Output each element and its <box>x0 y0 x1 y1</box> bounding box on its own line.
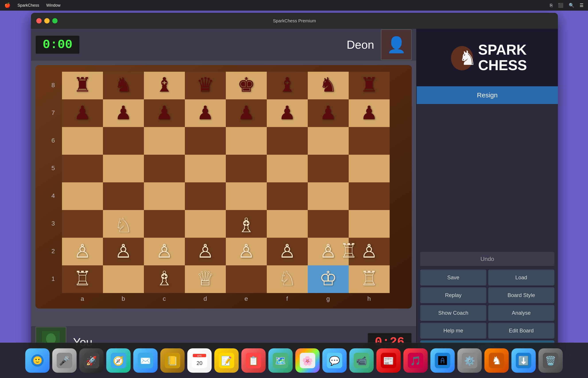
svg-rect-37 <box>226 182 267 210</box>
svg-text:🧭: 🧭 <box>113 355 124 366</box>
svg-text:♙: ♙ <box>279 241 296 262</box>
svg-text:♟: ♟ <box>115 102 132 123</box>
dock-launchpad[interactable]: 🚀 <box>79 348 104 373</box>
dock-news[interactable]: 📰 <box>376 348 401 373</box>
opponent-name: Deon <box>86 38 374 51</box>
svg-text:5: 5 <box>51 165 55 172</box>
dock-siri[interactable]: 🎤 <box>52 348 77 373</box>
content: 👤 Deon 0:00 <box>31 29 558 358</box>
svg-rect-19 <box>144 127 185 155</box>
svg-rect-44 <box>185 210 226 238</box>
analyse-button[interactable]: Analyse <box>488 305 554 321</box>
svg-text:♘: ♘ <box>278 267 296 289</box>
svg-text:♙: ♙ <box>238 241 255 262</box>
svg-text:♖: ♖ <box>360 267 378 289</box>
svg-text:e: e <box>245 295 248 302</box>
close-button[interactable] <box>36 18 42 24</box>
svg-rect-47 <box>308 210 349 238</box>
menubar-sparkcss[interactable]: SparkChess <box>17 3 39 8</box>
svg-text:📒: 📒 <box>167 355 178 366</box>
dock-mail[interactable]: ✉️ <box>133 348 158 373</box>
dock-appstore[interactable]: 🅰 <box>430 348 455 373</box>
chess-board-svg[interactable]: 8 7 6 5 4 3 2 1 a b c d e <box>35 65 412 309</box>
svg-text:🙂: 🙂 <box>33 356 42 365</box>
svg-rect-20 <box>185 127 226 155</box>
dock-trash[interactable]: 🗑️ <box>538 348 563 373</box>
screen-icon[interactable]: ⬛ <box>558 3 563 8</box>
dock-notefile[interactable]: 📒 <box>160 348 185 373</box>
search-icon[interactable]: 🔍 <box>569 3 574 8</box>
svg-text:♖: ♖ <box>73 267 91 289</box>
svg-text:d: d <box>204 295 207 302</box>
svg-text:✉️: ✉️ <box>140 355 151 366</box>
svg-text:3: 3 <box>51 220 55 227</box>
svg-text:🚀: 🚀 <box>86 355 97 366</box>
svg-text:♜: ♜ <box>360 74 378 96</box>
dock-music[interactable]: 🎵 <box>403 348 428 373</box>
dock-photos[interactable]: 🌸 <box>295 348 320 373</box>
svg-rect-38 <box>267 182 308 210</box>
dock-facetime[interactable]: 📹 <box>349 348 374 373</box>
dock-system-prefs[interactable]: ⚙️ <box>457 348 482 373</box>
svg-text:♞: ♞ <box>492 354 502 367</box>
svg-rect-26 <box>103 155 144 182</box>
dock-messages[interactable]: 💬 <box>322 348 347 373</box>
load-button[interactable]: Load <box>488 270 554 285</box>
dock-safari[interactable]: 🧭 <box>106 348 131 373</box>
svg-rect-39 <box>308 182 349 210</box>
cast-icon[interactable]: ⎘ <box>550 3 553 8</box>
svg-text:♞: ♞ <box>459 47 477 69</box>
help-me-button[interactable]: Help me <box>420 323 486 339</box>
svg-rect-27 <box>144 155 185 182</box>
undo-button[interactable]: Undo <box>420 252 554 266</box>
board-style-button[interactable]: Board Style <box>488 287 554 303</box>
svg-text:♟: ♟ <box>156 102 173 123</box>
apple-menu[interactable]: 🍎 <box>4 2 10 8</box>
dock-lists[interactable]: 📋 <box>241 348 266 373</box>
maximize-button[interactable] <box>52 18 57 24</box>
logo-area: ♞ ♞ SPARK CHESS <box>417 29 558 86</box>
logo-container: ♞ ♞ SPARK CHESS <box>444 39 531 77</box>
svg-text:♙: ♙ <box>115 241 132 262</box>
svg-text:📋: 📋 <box>248 355 259 366</box>
dock-maps[interactable]: 🗺️ <box>268 348 293 373</box>
svg-rect-41 <box>62 210 103 238</box>
svg-text:b: b <box>122 295 125 302</box>
svg-rect-22 <box>267 127 308 155</box>
dock-notes[interactable]: 📝 <box>214 348 239 373</box>
svg-text:4: 4 <box>51 192 55 199</box>
minimize-button[interactable] <box>44 18 50 24</box>
dock-sparkcss[interactable]: ♞ <box>484 348 509 373</box>
svg-text:8: 8 <box>51 82 55 89</box>
svg-text:♟: ♟ <box>74 102 91 123</box>
menubar-right: ⎘ ⬛ 🔍 ☰ <box>550 3 584 8</box>
svg-text:🅰: 🅰 <box>438 356 447 366</box>
svg-text:h: h <box>367 295 371 302</box>
svg-text:🗑️: 🗑️ <box>545 355 556 366</box>
svg-text:🎤: 🎤 <box>59 355 70 366</box>
show-coach-button[interactable]: Show Coach <box>420 305 486 321</box>
board-container[interactable]: 8 7 6 5 4 3 2 1 a b c d e <box>31 61 416 326</box>
undo-section: Undo <box>417 248 558 270</box>
dock-calendar[interactable]: 20 APR <box>187 348 212 373</box>
logo-chess: CHESS <box>478 57 527 73</box>
svg-text:♟: ♟ <box>279 102 296 123</box>
svg-text:♙: ♙ <box>74 241 91 262</box>
svg-rect-21 <box>226 127 267 155</box>
svg-text:♝: ♝ <box>155 74 173 96</box>
menubar-window[interactable]: Window <box>46 3 60 8</box>
svg-text:c: c <box>163 295 166 302</box>
opponent-timer: 0:00 <box>35 35 80 54</box>
svg-text:♜: ♜ <box>73 74 91 96</box>
dock-downie[interactable]: ⬇️ <box>511 348 536 373</box>
svg-rect-33 <box>62 182 103 210</box>
svg-rect-28 <box>185 155 226 182</box>
resign-button[interactable]: Resign <box>417 86 558 104</box>
replay-button[interactable]: Replay <box>420 287 486 303</box>
dock-finder[interactable]: 🙂 <box>25 348 50 373</box>
svg-rect-36 <box>185 182 226 210</box>
save-button[interactable]: Save <box>420 270 486 285</box>
menu-icon[interactable]: ☰ <box>580 3 584 8</box>
edit-board-button[interactable]: Edit Board <box>488 323 554 339</box>
svg-rect-62 <box>226 265 267 293</box>
